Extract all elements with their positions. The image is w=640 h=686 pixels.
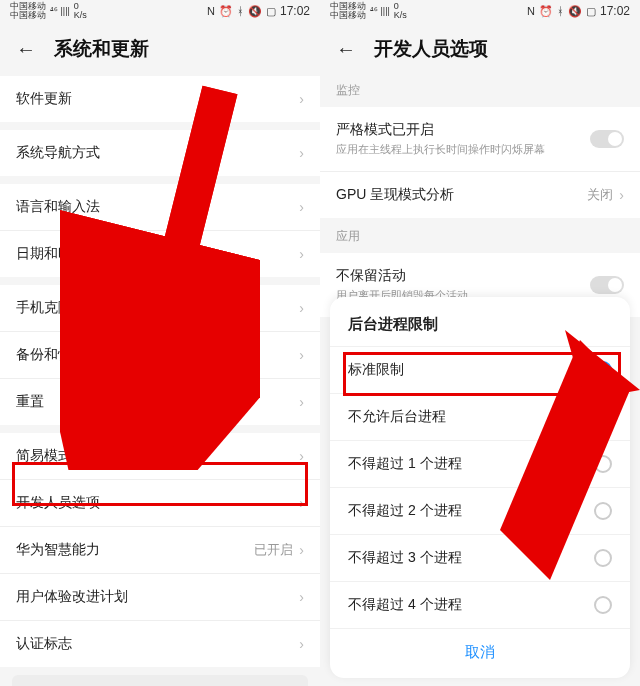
chevron-right-icon: › <box>299 347 304 363</box>
search-hint[interactable]: 是否在寻找其他设置项？ <box>12 675 308 686</box>
chevron-right-icon: › <box>299 394 304 410</box>
chevron-right-icon: › <box>299 495 304 511</box>
alarm-icon: ⏰ <box>219 5 233 18</box>
mute-icon: 🔇 <box>568 5 582 18</box>
toggle-switch[interactable] <box>590 130 624 148</box>
row-cert[interactable]: 认证标志› <box>0 621 320 667</box>
clock: 17:02 <box>280 4 310 18</box>
carrier-label: 中国移动中国移动 <box>10 2 46 20</box>
value-label: 已开启 <box>254 541 293 559</box>
phone-left-settings: 中国移动中国移动 ⁴⁶ |||| 0 K/s N ⏰ ᚼ 🔇 ▢ 17:02 ←… <box>0 0 320 686</box>
radio-icon[interactable] <box>594 408 612 426</box>
chevron-right-icon: › <box>299 300 304 316</box>
chevron-right-icon: › <box>299 636 304 652</box>
row-ux-plan[interactable]: 用户体验改进计划› <box>0 574 320 621</box>
radio-icon[interactable] <box>594 455 612 473</box>
row-simple-mode[interactable]: 简易模式› <box>0 433 320 480</box>
chevron-right-icon: › <box>299 542 304 558</box>
option-4[interactable]: 不得超过 4 个进程 <box>330 581 630 628</box>
network-speed: 0 K/s <box>394 2 407 20</box>
row-developer-options[interactable]: 开发人员选项› <box>0 480 320 527</box>
chevron-right-icon: › <box>299 448 304 464</box>
row-phone-clone[interactable]: 手机克隆› <box>0 285 320 332</box>
row-reset[interactable]: 重置› <box>0 379 320 425</box>
row-software-update[interactable]: 软件更新› <box>0 76 320 122</box>
row-language[interactable]: 语言和输入法› <box>0 184 320 231</box>
cancel-button[interactable]: 取消 <box>330 628 630 678</box>
chevron-right-icon: › <box>299 91 304 107</box>
header: ← 开发人员选项 <box>320 22 640 72</box>
clock: 17:02 <box>600 4 630 18</box>
radio-icon[interactable] <box>594 361 612 379</box>
option-3[interactable]: 不得超过 3 个进程 <box>330 534 630 581</box>
chevron-right-icon: › <box>299 246 304 262</box>
option-standard[interactable]: 标准限制 <box>330 346 630 393</box>
bluetooth-icon: ᚼ <box>237 5 244 17</box>
status-bar: 中国移动中国移动 ⁴⁶ |||| 0 K/s N ⏰ ᚼ 🔇 ▢ 17:02 <box>320 0 640 22</box>
back-icon[interactable]: ← <box>336 38 356 61</box>
radio-icon[interactable] <box>594 596 612 614</box>
page-title: 系统和更新 <box>54 36 149 62</box>
radio-icon[interactable] <box>594 502 612 520</box>
battery-icon: ▢ <box>586 5 596 18</box>
dialog-bg-process-limit: 后台进程限制 标准限制 不允许后台进程 不得超过 1 个进程 不得超过 2 个进… <box>330 297 630 678</box>
header: ← 系统和更新 <box>0 22 320 72</box>
page-title: 开发人员选项 <box>374 36 488 62</box>
row-strict-mode[interactable]: 严格模式已开启应用在主线程上执行长时间操作时闪烁屏幕 <box>320 107 640 172</box>
row-huawei-ai[interactable]: 华为智慧能力已开启› <box>0 527 320 574</box>
option-1[interactable]: 不得超过 1 个进程 <box>330 440 630 487</box>
chevron-right-icon: › <box>299 589 304 605</box>
radio-icon[interactable] <box>594 549 612 567</box>
row-backup[interactable]: 备份和恢复› <box>0 332 320 379</box>
category-app: 应用 <box>320 218 640 249</box>
option-2[interactable]: 不得超过 2 个进程 <box>330 487 630 534</box>
dialog-title: 后台进程限制 <box>330 305 630 346</box>
chevron-right-icon: › <box>299 199 304 215</box>
nfc-icon: N <box>527 5 535 17</box>
phone-right-developer: 中国移动中国移动 ⁴⁶ |||| 0 K/s N ⏰ ᚼ 🔇 ▢ 17:02 ←… <box>320 0 640 686</box>
signal-icon: ⁴⁶ |||| <box>370 6 390 16</box>
signal-icon: ⁴⁶ |||| <box>50 6 70 16</box>
value-label: 关闭 <box>587 186 613 204</box>
chevron-right-icon: › <box>299 145 304 161</box>
network-speed: 0 K/s <box>74 2 87 20</box>
status-bar: 中国移动中国移动 ⁴⁶ |||| 0 K/s N ⏰ ᚼ 🔇 ▢ 17:02 <box>0 0 320 22</box>
alarm-icon: ⏰ <box>539 5 553 18</box>
mute-icon: 🔇 <box>248 5 262 18</box>
nfc-icon: N <box>207 5 215 17</box>
row-datetime[interactable]: 日期和时间› <box>0 231 320 277</box>
category-monitor: 监控 <box>320 72 640 103</box>
row-navigation[interactable]: 系统导航方式› <box>0 130 320 176</box>
toggle-switch[interactable] <box>590 276 624 294</box>
bluetooth-icon: ᚼ <box>557 5 564 17</box>
row-gpu-profile[interactable]: GPU 呈现模式分析 关闭› <box>320 172 640 218</box>
carrier-label: 中国移动中国移动 <box>330 2 366 20</box>
chevron-right-icon: › <box>619 187 624 203</box>
option-none[interactable]: 不允许后台进程 <box>330 393 630 440</box>
back-icon[interactable]: ← <box>16 38 36 61</box>
battery-icon: ▢ <box>266 5 276 18</box>
